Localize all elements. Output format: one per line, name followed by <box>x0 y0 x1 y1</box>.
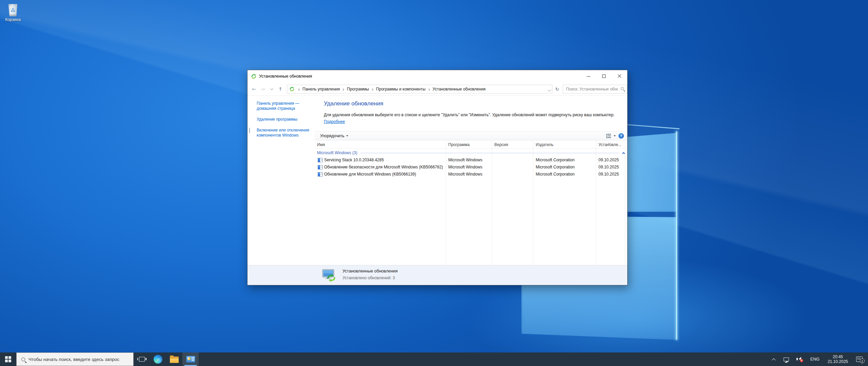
update-item-icon <box>318 172 323 177</box>
breadcrumb-installed-updates[interactable]: Установленные обновления <box>431 86 487 92</box>
cell-installed-on: 09.10.2025 <box>598 165 624 169</box>
maximize-button[interactable] <box>596 70 612 82</box>
chevron-right-icon <box>297 88 300 90</box>
address-band: ← → ↑ Панель управления Программы Програ… <box>248 82 627 96</box>
page-description: Для удаления обновления выберите его в с… <box>324 113 619 118</box>
up-button[interactable]: ↑ <box>277 85 284 93</box>
group-divider <box>360 153 619 153</box>
cell-installed-on: 09.10.2025 <box>598 172 624 177</box>
file-explorer-taskbar-button[interactable] <box>166 352 182 366</box>
installed-updates-window: Установленные обновления ← → ↑ Панель уп… <box>247 70 628 285</box>
page-title: Удаление обновления <box>324 100 383 107</box>
details-title: Установленные обновления <box>342 269 398 273</box>
collapse-group-icon[interactable] <box>623 150 625 156</box>
more-info-link[interactable]: Подробнее <box>324 119 345 124</box>
taskbar-search-input[interactable] <box>25 357 133 362</box>
volume-muted-icon[interactable] <box>796 357 803 362</box>
table-row[interactable]: Обновление для Microsoft Windows (KB5066… <box>315 171 627 178</box>
minimize-button[interactable] <box>580 70 596 82</box>
wallpaper-logo-edge <box>676 131 677 340</box>
recent-pages-button[interactable] <box>268 85 275 93</box>
group-header[interactable]: Microsoft Windows (3) <box>315 149 627 157</box>
cell-program: Microsoft Windows <box>448 158 491 162</box>
search-icon <box>621 87 624 90</box>
action-center-icon[interactable]: 2 <box>856 357 863 362</box>
search-box[interactable] <box>563 85 627 94</box>
navigation-buttons: ← → ↑ <box>248 85 287 93</box>
clock[interactable]: 20:45 21.10.2025 <box>828 354 848 364</box>
recycle-bin-icon <box>8 4 18 16</box>
windows-logo-icon <box>5 356 11 362</box>
edge-icon <box>154 355 162 364</box>
breadcrumb: Панель управления Программы Программы и … <box>297 86 487 92</box>
cell-installed-on: 09.10.2025 <box>598 158 624 162</box>
close-button[interactable] <box>612 70 627 82</box>
details-pane: Установленные обновления Установлено обн… <box>248 265 627 285</box>
refresh-button[interactable]: ↻ <box>553 85 561 94</box>
cell-program: Microsoft Windows <box>448 172 491 177</box>
list-header-row: Имя Программа Версия Издатель Установле.… <box>315 141 627 149</box>
chevron-down-icon <box>548 88 551 92</box>
chevron-right-icon <box>342 88 344 90</box>
hidden-icons-chevron[interactable] <box>772 358 775 362</box>
chevron-right-icon <box>428 88 430 90</box>
cell-publisher: Microsoft Corporation <box>536 165 593 169</box>
chevron-right-icon <box>371 88 373 90</box>
table-row[interactable]: Servicing Stack 10.0.20348.4285 Microsof… <box>315 157 627 164</box>
change-view-icon[interactable] <box>606 134 611 138</box>
forward-button[interactable]: → <box>259 85 267 93</box>
sidebar-item-windows-features[interactable]: Включение или отключение компонентов Win… <box>257 128 311 138</box>
sidebar-item-control-panel-home[interactable]: Панель управления — домашняя страница <box>257 101 308 111</box>
clock-date: 21.10.2025 <box>828 359 848 364</box>
edge-taskbar-button[interactable] <box>150 352 166 366</box>
windows-update-icon <box>289 86 295 92</box>
details-update-count: Установлено обновлений: 3 <box>342 276 395 280</box>
language-indicator[interactable]: ENG <box>810 357 820 362</box>
windows-update-icon <box>251 74 257 79</box>
maximize-icon <box>602 75 606 78</box>
taskbar-search-box[interactable] <box>16 352 134 366</box>
breadcrumb-control-panel[interactable]: Панель управления <box>301 86 341 92</box>
address-dropdown-button[interactable] <box>548 87 551 93</box>
taskbar: ENG 20:45 21.10.2025 2 <box>0 352 868 366</box>
group-label[interactable]: Microsoft Windows (3) <box>317 150 357 155</box>
address-bar[interactable]: Панель управления Программы Программы и … <box>287 85 552 94</box>
search-input[interactable] <box>563 85 627 93</box>
table-row[interactable]: Обновление безопасности для Microsoft Wi… <box>315 164 627 171</box>
system-tray: ENG 20:45 21.10.2025 2 <box>769 352 868 366</box>
organize-label: Упорядочить <box>320 134 344 138</box>
chevron-down-icon <box>270 87 273 90</box>
cell-publisher: Microsoft Corporation <box>536 158 593 162</box>
task-view-icon <box>139 357 145 362</box>
sidebar-item-uninstall-program[interactable]: Удаление программы <box>257 117 315 122</box>
recycle-bin-shortcut[interactable]: Корзина <box>1 4 25 22</box>
control-panel-icon <box>186 356 195 363</box>
cell-name: Обновление безопасности для Microsoft Wi… <box>324 165 443 169</box>
start-button[interactable] <box>0 352 16 366</box>
updates-list: Имя Программа Версия Издатель Установле.… <box>315 141 627 265</box>
file-explorer-icon <box>170 357 179 363</box>
view-dropdown-icon[interactable] <box>614 135 616 137</box>
close-icon <box>617 74 622 78</box>
recycle-bin-label: Корзина <box>1 17 25 22</box>
windows-update-large-icon <box>322 268 336 282</box>
help-icon[interactable]: ? <box>618 133 624 139</box>
sidebar-item-label: Включение или отключение компонентов Win… <box>257 128 309 138</box>
breadcrumb-programs-features[interactable]: Программы и компоненты <box>375 86 427 92</box>
sort-indicator-icon <box>608 140 610 145</box>
task-view-button[interactable] <box>134 352 150 366</box>
window-titlebar[interactable]: Установленные обновления <box>248 70 627 82</box>
back-button[interactable]: ← <box>250 85 258 93</box>
breadcrumb-programs[interactable]: Программы <box>346 86 370 92</box>
organize-button[interactable]: Упорядочить <box>320 134 348 138</box>
column-header-version[interactable]: Версия <box>494 142 508 147</box>
column-header-publisher[interactable]: Издатель <box>536 142 553 147</box>
uac-shield-icon <box>249 128 255 134</box>
network-icon[interactable] <box>784 358 789 361</box>
column-header-name[interactable]: Имя <box>317 142 325 147</box>
update-item-icon <box>318 158 323 162</box>
control-panel-taskbar-button[interactable] <box>182 352 199 366</box>
caption-buttons <box>580 70 627 82</box>
column-header-program[interactable]: Программа <box>448 142 470 147</box>
window-title: Установленные обновления <box>259 74 312 79</box>
